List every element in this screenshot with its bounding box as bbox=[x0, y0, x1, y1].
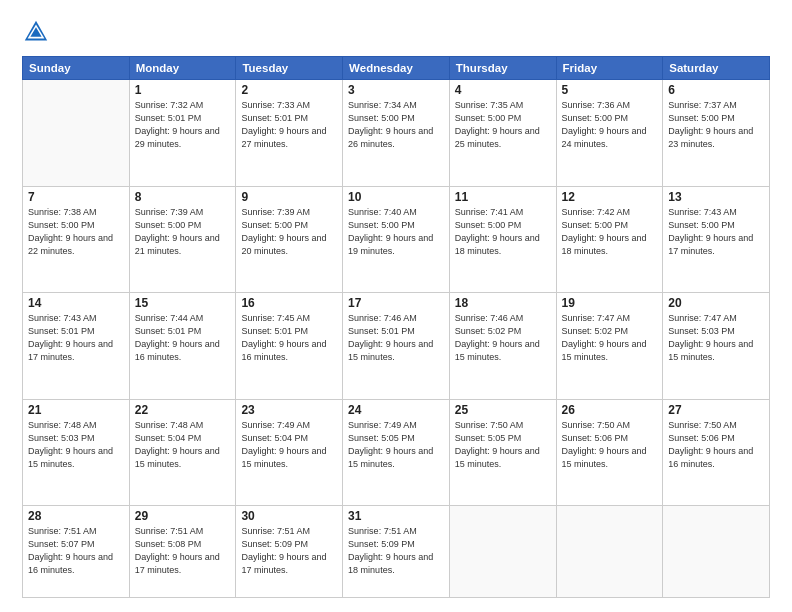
day-info: Sunrise: 7:50 AM Sunset: 5:05 PM Dayligh… bbox=[455, 419, 551, 471]
calendar-day-cell: 22Sunrise: 7:48 AM Sunset: 5:04 PM Dayli… bbox=[129, 399, 236, 506]
day-info: Sunrise: 7:42 AM Sunset: 5:00 PM Dayligh… bbox=[562, 206, 658, 258]
calendar-day-cell: 21Sunrise: 7:48 AM Sunset: 5:03 PM Dayli… bbox=[23, 399, 130, 506]
day-info: Sunrise: 7:33 AM Sunset: 5:01 PM Dayligh… bbox=[241, 99, 337, 151]
header bbox=[22, 18, 770, 46]
day-number: 19 bbox=[562, 296, 658, 310]
day-number: 21 bbox=[28, 403, 124, 417]
day-number: 10 bbox=[348, 190, 444, 204]
day-number: 4 bbox=[455, 83, 551, 97]
logo-icon bbox=[22, 18, 50, 46]
calendar-day-cell: 26Sunrise: 7:50 AM Sunset: 5:06 PM Dayli… bbox=[556, 399, 663, 506]
calendar-header-row: SundayMondayTuesdayWednesdayThursdayFrid… bbox=[23, 57, 770, 80]
day-number: 18 bbox=[455, 296, 551, 310]
day-info: Sunrise: 7:50 AM Sunset: 5:06 PM Dayligh… bbox=[562, 419, 658, 471]
calendar-day-cell: 7Sunrise: 7:38 AM Sunset: 5:00 PM Daylig… bbox=[23, 186, 130, 293]
calendar-day-cell: 20Sunrise: 7:47 AM Sunset: 5:03 PM Dayli… bbox=[663, 293, 770, 400]
calendar-week-row: 21Sunrise: 7:48 AM Sunset: 5:03 PM Dayli… bbox=[23, 399, 770, 506]
day-number: 13 bbox=[668, 190, 764, 204]
day-info: Sunrise: 7:51 AM Sunset: 5:09 PM Dayligh… bbox=[348, 525, 444, 577]
weekday-header: Thursday bbox=[449, 57, 556, 80]
day-number: 12 bbox=[562, 190, 658, 204]
calendar-day-cell: 17Sunrise: 7:46 AM Sunset: 5:01 PM Dayli… bbox=[343, 293, 450, 400]
calendar-day-cell: 19Sunrise: 7:47 AM Sunset: 5:02 PM Dayli… bbox=[556, 293, 663, 400]
calendar-day-cell: 3Sunrise: 7:34 AM Sunset: 5:00 PM Daylig… bbox=[343, 80, 450, 187]
day-number: 17 bbox=[348, 296, 444, 310]
calendar-day-cell: 13Sunrise: 7:43 AM Sunset: 5:00 PM Dayli… bbox=[663, 186, 770, 293]
day-info: Sunrise: 7:41 AM Sunset: 5:00 PM Dayligh… bbox=[455, 206, 551, 258]
day-info: Sunrise: 7:37 AM Sunset: 5:00 PM Dayligh… bbox=[668, 99, 764, 151]
day-number: 24 bbox=[348, 403, 444, 417]
calendar-day-cell: 4Sunrise: 7:35 AM Sunset: 5:00 PM Daylig… bbox=[449, 80, 556, 187]
day-number: 16 bbox=[241, 296, 337, 310]
calendar-day-cell: 31Sunrise: 7:51 AM Sunset: 5:09 PM Dayli… bbox=[343, 506, 450, 598]
day-info: Sunrise: 7:43 AM Sunset: 5:00 PM Dayligh… bbox=[668, 206, 764, 258]
day-info: Sunrise: 7:45 AM Sunset: 5:01 PM Dayligh… bbox=[241, 312, 337, 364]
calendar-day-cell: 14Sunrise: 7:43 AM Sunset: 5:01 PM Dayli… bbox=[23, 293, 130, 400]
calendar-day-cell: 15Sunrise: 7:44 AM Sunset: 5:01 PM Dayli… bbox=[129, 293, 236, 400]
calendar-day-cell: 1Sunrise: 7:32 AM Sunset: 5:01 PM Daylig… bbox=[129, 80, 236, 187]
calendar-day-cell: 25Sunrise: 7:50 AM Sunset: 5:05 PM Dayli… bbox=[449, 399, 556, 506]
weekday-header: Saturday bbox=[663, 57, 770, 80]
day-number: 5 bbox=[562, 83, 658, 97]
day-info: Sunrise: 7:48 AM Sunset: 5:03 PM Dayligh… bbox=[28, 419, 124, 471]
day-info: Sunrise: 7:49 AM Sunset: 5:05 PM Dayligh… bbox=[348, 419, 444, 471]
calendar-day-cell: 16Sunrise: 7:45 AM Sunset: 5:01 PM Dayli… bbox=[236, 293, 343, 400]
day-info: Sunrise: 7:49 AM Sunset: 5:04 PM Dayligh… bbox=[241, 419, 337, 471]
weekday-header: Monday bbox=[129, 57, 236, 80]
day-number: 1 bbox=[135, 83, 231, 97]
day-info: Sunrise: 7:40 AM Sunset: 5:00 PM Dayligh… bbox=[348, 206, 444, 258]
day-info: Sunrise: 7:32 AM Sunset: 5:01 PM Dayligh… bbox=[135, 99, 231, 151]
calendar-day-cell: 30Sunrise: 7:51 AM Sunset: 5:09 PM Dayli… bbox=[236, 506, 343, 598]
day-info: Sunrise: 7:38 AM Sunset: 5:00 PM Dayligh… bbox=[28, 206, 124, 258]
day-number: 29 bbox=[135, 509, 231, 523]
page: SundayMondayTuesdayWednesdayThursdayFrid… bbox=[0, 0, 792, 612]
calendar-day-cell: 23Sunrise: 7:49 AM Sunset: 5:04 PM Dayli… bbox=[236, 399, 343, 506]
day-number: 25 bbox=[455, 403, 551, 417]
weekday-header: Wednesday bbox=[343, 57, 450, 80]
calendar-day-cell: 27Sunrise: 7:50 AM Sunset: 5:06 PM Dayli… bbox=[663, 399, 770, 506]
day-info: Sunrise: 7:50 AM Sunset: 5:06 PM Dayligh… bbox=[668, 419, 764, 471]
calendar-day-cell bbox=[449, 506, 556, 598]
calendar-day-cell bbox=[556, 506, 663, 598]
calendar-day-cell: 28Sunrise: 7:51 AM Sunset: 5:07 PM Dayli… bbox=[23, 506, 130, 598]
weekday-header: Sunday bbox=[23, 57, 130, 80]
weekday-header: Friday bbox=[556, 57, 663, 80]
day-number: 22 bbox=[135, 403, 231, 417]
calendar-day-cell: 18Sunrise: 7:46 AM Sunset: 5:02 PM Dayli… bbox=[449, 293, 556, 400]
day-number: 11 bbox=[455, 190, 551, 204]
calendar-day-cell: 11Sunrise: 7:41 AM Sunset: 5:00 PM Dayli… bbox=[449, 186, 556, 293]
day-number: 23 bbox=[241, 403, 337, 417]
calendar-week-row: 7Sunrise: 7:38 AM Sunset: 5:00 PM Daylig… bbox=[23, 186, 770, 293]
day-info: Sunrise: 7:36 AM Sunset: 5:00 PM Dayligh… bbox=[562, 99, 658, 151]
day-info: Sunrise: 7:47 AM Sunset: 5:02 PM Dayligh… bbox=[562, 312, 658, 364]
calendar-week-row: 28Sunrise: 7:51 AM Sunset: 5:07 PM Dayli… bbox=[23, 506, 770, 598]
day-info: Sunrise: 7:48 AM Sunset: 5:04 PM Dayligh… bbox=[135, 419, 231, 471]
weekday-header: Tuesday bbox=[236, 57, 343, 80]
day-number: 31 bbox=[348, 509, 444, 523]
calendar-week-row: 1Sunrise: 7:32 AM Sunset: 5:01 PM Daylig… bbox=[23, 80, 770, 187]
day-info: Sunrise: 7:34 AM Sunset: 5:00 PM Dayligh… bbox=[348, 99, 444, 151]
calendar-day-cell: 12Sunrise: 7:42 AM Sunset: 5:00 PM Dayli… bbox=[556, 186, 663, 293]
day-info: Sunrise: 7:51 AM Sunset: 5:08 PM Dayligh… bbox=[135, 525, 231, 577]
day-info: Sunrise: 7:39 AM Sunset: 5:00 PM Dayligh… bbox=[241, 206, 337, 258]
calendar-day-cell bbox=[23, 80, 130, 187]
calendar-day-cell: 10Sunrise: 7:40 AM Sunset: 5:00 PM Dayli… bbox=[343, 186, 450, 293]
day-info: Sunrise: 7:51 AM Sunset: 5:09 PM Dayligh… bbox=[241, 525, 337, 577]
calendar-day-cell: 5Sunrise: 7:36 AM Sunset: 5:00 PM Daylig… bbox=[556, 80, 663, 187]
day-number: 9 bbox=[241, 190, 337, 204]
day-info: Sunrise: 7:43 AM Sunset: 5:01 PM Dayligh… bbox=[28, 312, 124, 364]
calendar-day-cell: 6Sunrise: 7:37 AM Sunset: 5:00 PM Daylig… bbox=[663, 80, 770, 187]
calendar-day-cell: 9Sunrise: 7:39 AM Sunset: 5:00 PM Daylig… bbox=[236, 186, 343, 293]
day-info: Sunrise: 7:35 AM Sunset: 5:00 PM Dayligh… bbox=[455, 99, 551, 151]
day-number: 30 bbox=[241, 509, 337, 523]
calendar-day-cell: 24Sunrise: 7:49 AM Sunset: 5:05 PM Dayli… bbox=[343, 399, 450, 506]
day-number: 8 bbox=[135, 190, 231, 204]
day-number: 6 bbox=[668, 83, 764, 97]
day-number: 3 bbox=[348, 83, 444, 97]
calendar-table: SundayMondayTuesdayWednesdayThursdayFrid… bbox=[22, 56, 770, 598]
day-info: Sunrise: 7:47 AM Sunset: 5:03 PM Dayligh… bbox=[668, 312, 764, 364]
day-number: 2 bbox=[241, 83, 337, 97]
day-number: 14 bbox=[28, 296, 124, 310]
day-number: 26 bbox=[562, 403, 658, 417]
day-info: Sunrise: 7:46 AM Sunset: 5:02 PM Dayligh… bbox=[455, 312, 551, 364]
